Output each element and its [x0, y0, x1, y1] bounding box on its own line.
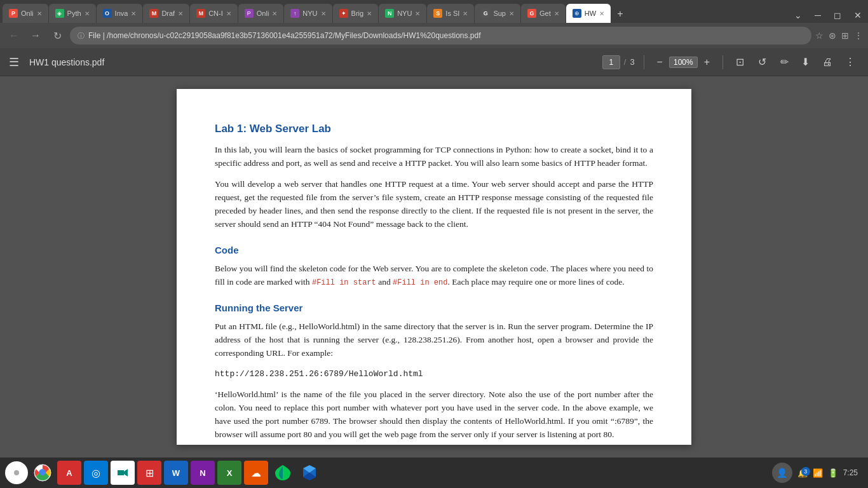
- tab-5-close[interactable]: ✕: [226, 10, 231, 17]
- user-avatar[interactable]: 👤: [772, 463, 792, 483]
- tab-2-favicon: ◈: [55, 9, 64, 18]
- code-paragraph: Below you will find the skeleton code fo…: [215, 262, 653, 289]
- taskbar-word[interactable]: W: [164, 461, 188, 485]
- tab-8-close[interactable]: ✕: [367, 10, 372, 17]
- forward-button[interactable]: →: [27, 27, 44, 44]
- tab-12-label: Get: [539, 10, 551, 17]
- tab-2[interactable]: ◈ Pyth ✕: [49, 4, 96, 23]
- tab-10-close[interactable]: ✕: [463, 10, 468, 17]
- download-button[interactable]: ⬇: [797, 55, 813, 69]
- lock-icon: ⓘ: [78, 31, 85, 41]
- rotate-button[interactable]: ↺: [754, 55, 770, 69]
- tab-9[interactable]: N NYU ✕: [379, 4, 426, 23]
- pdf-zoom-value[interactable]: 100%: [669, 57, 698, 68]
- tab-12-close[interactable]: ✕: [554, 10, 559, 17]
- refresh-button[interactable]: ↻: [48, 27, 66, 44]
- tab-1[interactable]: P Onli ✕: [3, 4, 48, 23]
- back-button[interactable]: ←: [5, 27, 23, 44]
- bookmark-icon[interactable]: ☆: [815, 30, 824, 41]
- taskbar-app-orange[interactable]: ☁: [244, 461, 268, 485]
- tab-3-close[interactable]: ✕: [131, 10, 136, 17]
- zoom-in-button[interactable]: +: [700, 55, 714, 69]
- tab-6-label: Onli: [257, 10, 269, 17]
- taskbar-meet[interactable]: [111, 461, 135, 485]
- url-example: http://128.238.251.26:6789/HelloWorld.ht…: [215, 368, 653, 381]
- url-text: File | /home/chronos/u-c02c2919058aa9f81…: [88, 31, 804, 40]
- tab-8-favicon: ✦: [339, 9, 348, 18]
- taskbar-remote[interactable]: ⊞: [137, 461, 161, 485]
- pdf-page-total: 3: [630, 57, 634, 67]
- minimize-button[interactable]: ─: [811, 9, 825, 22]
- running-paragraph: Put an HTML file (e.g., HelloWorld.html)…: [215, 320, 653, 360]
- onenote-icon: N: [200, 468, 205, 478]
- profile-icon[interactable]: ⊛: [829, 30, 836, 41]
- tab-5[interactable]: M CN-I ✕: [190, 4, 238, 23]
- tab-2-close[interactable]: ✕: [85, 10, 90, 17]
- pdf-page-separator: /: [624, 57, 627, 67]
- tab-13-label: HW: [585, 10, 596, 17]
- tab-10[interactable]: S Is SI ✕: [427, 4, 474, 23]
- tab-13-close[interactable]: ✕: [599, 10, 604, 17]
- taskbar-excel[interactable]: X: [217, 461, 241, 485]
- svg-point-1: [14, 470, 19, 475]
- tab-13-favicon: ⊕: [573, 9, 581, 18]
- print-button[interactable]: 🖨: [818, 55, 836, 69]
- svg-point-4: [40, 470, 45, 475]
- tab-4[interactable]: M Draf ✕: [143, 4, 189, 23]
- tab-6-favicon: P: [245, 9, 254, 18]
- taskbar-onenote[interactable]: N: [191, 461, 215, 485]
- tab-4-favicon: M: [149, 9, 158, 18]
- tab-7[interactable]: ↑ NYU ✕: [284, 4, 332, 23]
- pdf-page-nav: / 3: [602, 55, 635, 69]
- close-window-button[interactable]: ✕: [850, 9, 865, 22]
- pdf-more-options[interactable]: ⋮: [841, 55, 859, 69]
- tab-10-favicon: S: [433, 9, 442, 18]
- maximize-button[interactable]: ◻: [830, 9, 845, 22]
- tab-6[interactable]: P Onli ✕: [238, 4, 284, 23]
- taskbar-app-3[interactable]: ◎: [84, 461, 108, 485]
- notification-badge: 3: [801, 467, 810, 476]
- battery-icon: 🔋: [828, 468, 838, 478]
- app3-icon: ◎: [92, 467, 100, 479]
- excel-icon: X: [227, 468, 233, 478]
- more-options-button[interactable]: ⋮: [854, 30, 863, 41]
- acrobat-icon: A: [66, 468, 72, 478]
- fill-start-code: #Fill in start: [312, 278, 376, 287]
- zoom-out-button[interactable]: −: [653, 55, 667, 69]
- tab-1-close[interactable]: ✕: [37, 10, 42, 17]
- tab-12[interactable]: G Get ✕: [521, 4, 566, 23]
- tab-7-close[interactable]: ✕: [321, 10, 326, 17]
- tab-11-favicon: G: [481, 9, 490, 18]
- tab-list-button[interactable]: ⌄: [790, 9, 806, 22]
- tab-4-close[interactable]: ✕: [178, 10, 183, 17]
- taskbar-acrobat[interactable]: A: [57, 461, 81, 485]
- tab-11[interactable]: G Sup ✕: [475, 4, 520, 23]
- url-box[interactable]: ⓘ File | /home/chronos/u-c02c2919058aa9f…: [70, 27, 811, 44]
- edit-pdf-button[interactable]: ✏: [776, 55, 792, 69]
- pdf-content-area: Lab 1: Web Server Lab In this lab, you w…: [0, 76, 868, 458]
- tab-9-close[interactable]: ✕: [415, 10, 420, 17]
- tab-11-close[interactable]: ✕: [509, 10, 514, 17]
- tab-12-favicon: G: [527, 9, 536, 18]
- pdf-page-input[interactable]: [602, 55, 620, 69]
- fit-page-button[interactable]: ⊡: [732, 55, 748, 69]
- taskbar-app-green[interactable]: [271, 461, 295, 485]
- hamburger-menu-button[interactable]: ☰: [9, 55, 19, 69]
- tab-8[interactable]: ✦ Brig ✕: [333, 4, 379, 23]
- new-tab-button[interactable]: +: [611, 5, 629, 23]
- taskbar-vscode[interactable]: [297, 461, 322, 485]
- tab-6-close[interactable]: ✕: [272, 10, 277, 17]
- tab-3-label: Inva: [115, 10, 128, 17]
- launcher-button[interactable]: [5, 461, 28, 484]
- tab-controls: ⌄ ─ ◻ ✕: [790, 9, 865, 23]
- notification-area[interactable]: 🔔 3: [797, 468, 808, 478]
- extension-icon[interactable]: ⊞: [841, 30, 849, 41]
- tab-8-label: Brig: [351, 10, 364, 17]
- chrome-icon: [34, 464, 51, 482]
- taskbar-chrome[interactable]: [31, 461, 55, 485]
- tab-bar: P Onli ✕ ◈ Pyth ✕ O Inva ✕ M Draf ✕ M CN…: [0, 0, 868, 23]
- pdf-zoom-controls: − 100% +: [653, 55, 714, 69]
- tab-3[interactable]: O Inva ✕: [97, 4, 143, 23]
- url-actions: ☆ ⊛ ⊞ ⋮: [815, 30, 863, 41]
- tab-13-active[interactable]: ⊕ HW ✕: [566, 4, 611, 23]
